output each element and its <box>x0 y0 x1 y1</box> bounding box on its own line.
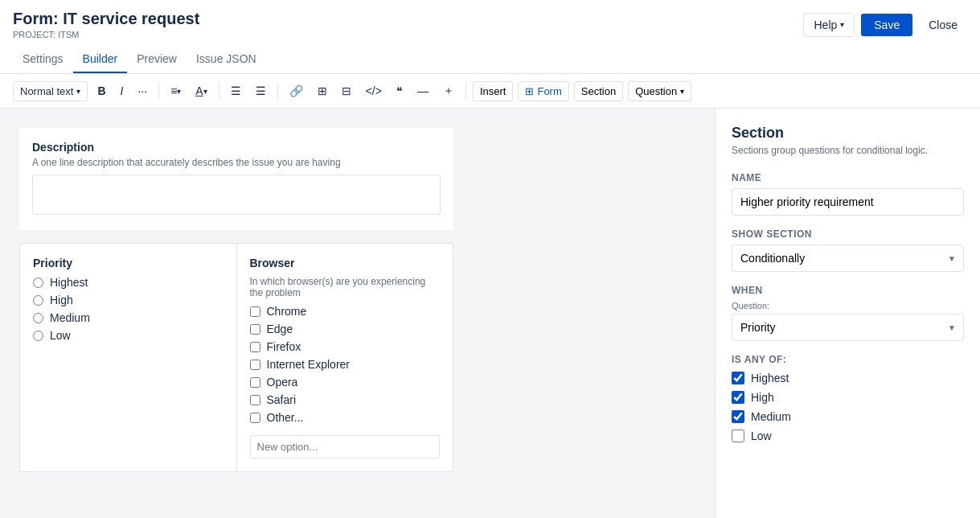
browser-desc: In which browser(s) are you experiencing… <box>250 276 441 298</box>
priority-column: Priority Highest High Medium <box>20 244 237 471</box>
browser-edge-checkbox[interactable] <box>250 324 260 335</box>
chevron-down-icon: ▾ <box>76 87 80 96</box>
form-button[interactable]: ⊞ Form <box>518 81 568 101</box>
show-section-label: SHOW SECTION <box>732 228 964 240</box>
when-field: WHEN Question: Priority <box>732 285 964 341</box>
right-panel: Section Sections group questions for con… <box>715 109 980 518</box>
list-item: Other... <box>250 411 441 424</box>
bullet-list-button[interactable]: ☰ <box>226 81 246 101</box>
priority-title: Priority <box>33 257 223 269</box>
link-button[interactable]: 🔗 <box>285 81 308 101</box>
condition-highest-checkbox[interactable] <box>732 372 744 384</box>
help-label: Help <box>814 18 837 31</box>
new-option-input[interactable] <box>250 435 441 458</box>
browser-other-checkbox[interactable] <box>250 413 260 423</box>
header: Form: IT service request PROJECT: ITSM H… <box>0 0 980 74</box>
priority-highest-label: Highest <box>50 276 88 289</box>
table-button[interactable]: ⊞ <box>313 81 332 101</box>
browser-ie-checkbox[interactable] <box>250 360 260 370</box>
hr-icon: — <box>417 84 428 97</box>
browser-chrome-checkbox[interactable] <box>250 306 260 317</box>
condition-low-checkbox[interactable] <box>732 430 744 442</box>
plus-icon: ＋ <box>443 84 454 98</box>
condition-high: High <box>732 391 964 404</box>
description-field: Description A one line description that … <box>19 128 453 230</box>
close-button[interactable]: Close <box>919 14 967 36</box>
italic-button[interactable]: I <box>116 81 129 101</box>
priority-low-radio[interactable] <box>33 331 43 341</box>
condition-high-checkbox[interactable] <box>732 391 744 404</box>
browser-firefox-label: Firefox <box>267 340 301 353</box>
nav-tabs: Settings Builder Preview Issue JSON <box>13 46 967 73</box>
is-any-of-field: IS ANY OF: Highest High Medium Low <box>732 354 964 442</box>
priority-high-radio[interactable] <box>33 295 43 306</box>
bold-button[interactable]: B <box>92 81 110 101</box>
browser-safari-label: Safari <box>267 393 297 406</box>
more-formatting-button[interactable]: ··· <box>133 81 152 101</box>
tab-settings[interactable]: Settings <box>13 46 73 73</box>
list-item: Medium <box>33 311 223 324</box>
question-button[interactable]: Question ▾ <box>628 81 691 101</box>
panel-subtitle: Sections group questions for conditional… <box>732 145 964 156</box>
code-button[interactable]: </> <box>361 81 387 101</box>
layout-icon: ⊟ <box>342 84 351 97</box>
browser-safari-checkbox[interactable] <box>250 395 260 405</box>
question-select[interactable]: Priority <box>732 314 964 341</box>
insert-button[interactable]: Insert <box>473 81 514 101</box>
browser-opera-checkbox[interactable] <box>250 377 260 388</box>
show-section-select-wrapper: Always Conditionally <box>732 245 964 272</box>
browser-firefox-checkbox[interactable] <box>250 342 260 352</box>
text-style-selector[interactable]: Normal text ▾ <box>13 81 88 101</box>
section-block: Priority Highest High Medium <box>19 243 453 472</box>
show-section-select[interactable]: Always Conditionally <box>732 245 964 272</box>
tab-preview[interactable]: Preview <box>127 46 187 73</box>
section-button[interactable]: Section <box>574 81 623 101</box>
tab-builder[interactable]: Builder <box>73 46 128 73</box>
more-icon: ··· <box>137 84 147 97</box>
form-info: Form: IT service request PROJECT: ITSM <box>13 10 199 39</box>
bold-icon: B <box>97 84 105 97</box>
help-button[interactable]: Help ▾ <box>803 13 855 37</box>
name-input[interactable] <box>732 188 964 216</box>
condition-medium-label: Medium <box>751 410 791 423</box>
header-top: Form: IT service request PROJECT: ITSM H… <box>13 10 967 46</box>
table-icon: ⊞ <box>318 84 327 97</box>
question-select-wrapper: Priority <box>732 314 964 341</box>
project-label: PROJECT: ITSM <box>13 30 199 39</box>
quote-button[interactable]: ❝ <box>392 81 408 101</box>
tab-issue-json[interactable]: Issue JSON <box>187 46 266 73</box>
list-item: Chrome <box>250 305 441 318</box>
priority-highest-radio[interactable] <box>33 278 43 288</box>
numbered-icon: ☰ <box>256 84 266 97</box>
priority-medium-radio[interactable] <box>33 313 43 323</box>
description-input[interactable] <box>32 175 441 215</box>
condition-highest: Highest <box>732 372 964 384</box>
browser-other-label: Other... <box>267 411 304 424</box>
description-hint: A one line description that accurately d… <box>32 157 441 168</box>
color-button[interactable]: A ▾ <box>191 81 211 101</box>
condition-medium-checkbox[interactable] <box>732 410 744 423</box>
name-field: NAME <box>732 172 964 216</box>
browser-column: Browser In which browser(s) are you expe… <box>237 244 453 471</box>
toolbar: Normal text ▾ B I ··· ≡ ▾ A ▾ ☰ ☰ 🔗 ⊞ ⊟ … <box>0 74 980 109</box>
italic-icon: I <box>121 84 124 97</box>
header-actions: Help ▾ Save Close <box>803 13 967 37</box>
form-icon: ⊞ <box>525 85 534 97</box>
list-item: Edge <box>250 323 441 335</box>
hr-button[interactable]: — <box>412 81 433 101</box>
list-item: High <box>33 294 223 306</box>
align-button[interactable]: ≡ ▾ <box>166 81 186 101</box>
question-sublabel: Question: <box>732 301 964 310</box>
browser-title: Browser <box>250 257 441 269</box>
when-label: WHEN <box>732 285 964 296</box>
priority-low-label: Low <box>50 329 71 342</box>
align-icon: ≡ <box>170 84 177 97</box>
section-row: Priority Highest High Medium <box>20 244 453 471</box>
layout-button[interactable]: ⊟ <box>337 81 356 101</box>
plus-button[interactable]: ＋ <box>438 80 459 101</box>
numbered-list-button[interactable]: ☰ <box>251 81 271 101</box>
show-section-field: SHOW SECTION Always Conditionally <box>732 228 964 272</box>
save-button[interactable]: Save <box>861 14 912 36</box>
question-label: Question <box>635 85 677 97</box>
list-item: Opera <box>250 376 441 388</box>
